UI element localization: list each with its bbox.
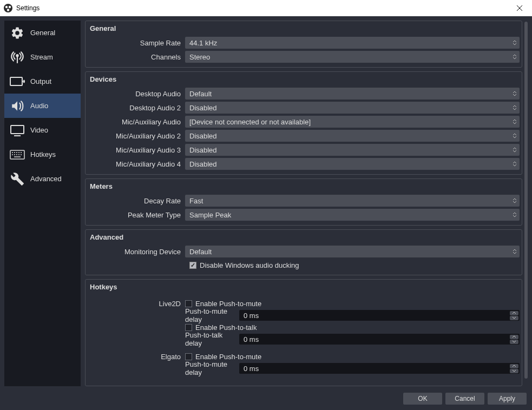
ptm-delay-input[interactable]: 0 ms — [239, 310, 520, 321]
apply-button[interactable]: Apply — [488, 393, 527, 405]
titlebar: Settings — [0, 0, 532, 16]
tools-icon — [10, 171, 25, 187]
monitoring-device-label: Monitoring Device — [88, 248, 185, 256]
group-hotkeys: Hotkeys Live2D Enable Push-to-mute Push-… — [85, 279, 522, 386]
sidebar-item-audio[interactable]: Audio — [4, 94, 81, 118]
mic-aux-2-select[interactable]: Disabled — [185, 130, 520, 142]
svg-point-1 — [5, 6, 8, 8]
content-area: General Stream Output Audio Video — [0, 16, 532, 410]
updown-icon — [512, 211, 517, 219]
hotkey-device-block: Elgato Enable Push-to-mute Push-to-mute … — [88, 351, 520, 374]
scrollbar[interactable] — [524, 22, 528, 379]
updown-icon — [512, 132, 517, 140]
enable-ptm-label: Enable Push-to-mute — [195, 300, 261, 308]
peak-meter-label: Peak Meter Type — [88, 211, 185, 219]
output-icon — [10, 74, 25, 89]
monitor-icon — [10, 123, 25, 138]
channels-label: Channels — [88, 53, 185, 61]
svg-point-3 — [7, 9, 9, 11]
mic-aux-select[interactable]: [Device not connected or not available] — [185, 116, 520, 128]
group-devices: Devices Desktop AudioDefault Desktop Aud… — [85, 71, 522, 175]
spin-down-button[interactable] — [510, 340, 518, 344]
updown-icon — [512, 118, 517, 125]
updown-icon — [512, 146, 517, 154]
sidebar-item-output[interactable]: Output — [4, 69, 81, 94]
sidebar-item-label: Output — [30, 77, 51, 85]
updown-icon — [512, 90, 517, 97]
antenna-icon — [10, 50, 25, 65]
spin-up-button[interactable] — [510, 311, 518, 315]
spin-down-button[interactable] — [510, 316, 518, 320]
updown-icon — [512, 39, 517, 47]
decay-rate-label: Decay Rate — [88, 197, 185, 205]
speaker-icon — [10, 98, 25, 114]
sidebar-item-advanced[interactable]: Advanced — [4, 167, 81, 191]
updown-icon — [512, 160, 517, 168]
sample-rate-select[interactable]: 44.1 kHz — [185, 37, 520, 49]
sidebar-item-label: General — [30, 29, 55, 37]
ok-button[interactable]: OK — [403, 393, 442, 405]
gear-icon — [10, 25, 25, 41]
updown-icon — [512, 248, 517, 255]
mic-aux-4-select[interactable]: Disabled — [185, 158, 520, 170]
group-title: Advanced — [86, 230, 522, 242]
footer: OK Cancel Apply — [0, 391, 532, 410]
device-label: Mic/Auxiliary Audio 3 — [88, 146, 185, 154]
group-advanced: Advanced Monitoring DeviceDefault Disabl… — [85, 229, 522, 275]
enable-ptt-checkbox[interactable] — [185, 324, 192, 331]
enable-ptm-checkbox[interactable] — [185, 353, 192, 360]
svg-rect-10 — [11, 125, 24, 134]
device-label: Desktop Audio — [88, 90, 185, 98]
enable-ptm-label: Enable Push-to-mute — [195, 353, 261, 361]
spin-down-button[interactable] — [510, 369, 518, 373]
sidebar-item-label: Stream — [30, 53, 53, 61]
group-title: General — [86, 21, 522, 34]
channels-select[interactable]: Stereo — [185, 51, 520, 63]
cancel-button[interactable]: Cancel — [445, 393, 484, 405]
desktop-audio-2-select[interactable]: Disabled — [185, 102, 520, 114]
sidebar-item-general[interactable]: General — [4, 21, 81, 45]
ptt-delay-input[interactable]: 0 ms — [239, 334, 520, 345]
decay-rate-select[interactable]: Fast — [185, 195, 520, 207]
spin-up-button[interactable] — [510, 335, 518, 339]
updown-icon — [512, 53, 517, 61]
updown-icon — [512, 104, 517, 111]
updown-icon — [512, 197, 517, 204]
sidebar-item-label: Video — [30, 126, 48, 134]
spin-up-button[interactable] — [510, 364, 518, 368]
group-title: Meters — [86, 179, 522, 191]
disable-ducking-checkbox[interactable] — [189, 262, 196, 269]
svg-point-2 — [9, 6, 11, 8]
desktop-audio-select[interactable]: Default — [185, 88, 520, 100]
hotkey-device-name: Live2D — [88, 297, 185, 345]
enable-ptt-label: Enable Push-to-talk — [195, 323, 257, 332]
ptm-delay-input[interactable]: 0 ms — [239, 363, 520, 374]
sidebar-item-stream[interactable]: Stream — [4, 45, 81, 69]
group-general: General Sample Rate 44.1 kHz Channels St… — [85, 21, 522, 68]
mic-aux-3-select[interactable]: Disabled — [185, 144, 520, 156]
group-title: Devices — [86, 72, 522, 84]
enable-ptm-checkbox[interactable] — [185, 300, 192, 307]
hotkey-device-block: Live2D Enable Push-to-mute Push-to-mute … — [88, 297, 520, 345]
main-panel: General Sample Rate 44.1 kHz Channels St… — [85, 21, 528, 386]
close-icon — [516, 5, 523, 11]
sidebar-item-hotkeys[interactable]: Hotkeys — [4, 142, 81, 167]
device-label: Desktop Audio 2 — [88, 104, 185, 112]
app-icon — [3, 3, 13, 13]
group-meters: Meters Decay RateFast Peak Meter TypeSam… — [85, 178, 522, 226]
peak-meter-select[interactable]: Sample Peak — [185, 209, 520, 221]
settings-window: Settings General Stream Output — [0, 0, 532, 410]
window-title: Settings — [16, 4, 40, 12]
device-label: Mic/Auxiliary Audio 4 — [88, 160, 185, 168]
sidebar-item-label: Advanced — [30, 175, 62, 183]
group-title: Hotkeys — [86, 280, 522, 292]
sidebar-item-video[interactable]: Video — [4, 118, 81, 142]
sidebar-item-label: Hotkeys — [30, 150, 56, 158]
sidebar-item-label: Audio — [30, 102, 48, 110]
device-label: Mic/Auxiliary Audio — [88, 118, 185, 126]
monitoring-device-select[interactable]: Default — [185, 246, 520, 257]
close-button[interactable] — [507, 0, 532, 16]
svg-rect-8 — [10, 77, 22, 85]
sidebar: General Stream Output Audio Video — [4, 21, 81, 386]
hotkey-device-name: Elgato — [88, 351, 185, 374]
